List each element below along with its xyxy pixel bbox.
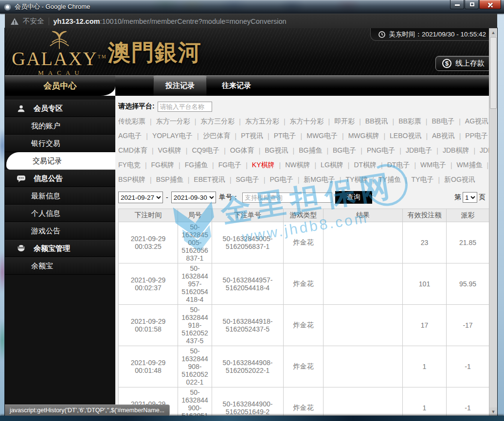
platform-link-JDB电子[interactable]: JDB电子 — [406, 146, 432, 155]
col-round-number: 局号 — [178, 209, 212, 222]
platform-link-DT电子[interactable]: DT电子 — [387, 161, 410, 170]
sidebar-group-会员专区[interactable]: 会员专区 — [5, 100, 115, 117]
platform-link-DT棋牌[interactable]: DT棋牌 — [354, 161, 377, 170]
close-button[interactable] — [479, 0, 501, 9]
minimize-button[interactable] — [450, 0, 464, 9]
scrollbar-thumb[interactable] — [490, 37, 497, 109]
platform-link-新MG电子[interactable]: 新MG电子 — [304, 175, 335, 184]
platform-link-CMD体育[interactable]: CMD体育 — [118, 146, 147, 155]
scroll-up-button[interactable]: ▲ — [489, 28, 497, 36]
page-select[interactable]: 1 — [463, 192, 477, 203]
platform-link-BG捕鱼[interactable]: BG捕鱼 — [299, 146, 322, 155]
platform-link-PNG电子[interactable]: PNG电子 — [367, 146, 395, 155]
sidebar-item-我的账户[interactable]: 我的账户 — [5, 117, 115, 135]
platform-link-YOPLAY电子[interactable]: YOPLAY电子 — [152, 132, 193, 140]
wallet-icon — [16, 245, 26, 252]
sidebar-item-余额宝[interactable]: 余额宝 — [5, 257, 115, 275]
platform-separator: | — [195, 118, 197, 125]
url-text[interactable]: yh123-12.com:10010/member/memberCentre?m… — [54, 18, 287, 25]
platform-link-NW棋牌[interactable]: NW棋牌 — [285, 161, 310, 170]
platform-separator: | — [383, 132, 385, 140]
platform-link-MWG棋牌[interactable]: MWG棋牌 — [348, 132, 379, 140]
platform-link-MWG电子[interactable]: MWG电子 — [306, 132, 338, 140]
platform-link-VG棋牌[interactable]: VG棋牌 — [158, 146, 181, 155]
platform-link-PP电子[interactable]: PP电子 — [465, 132, 488, 140]
content: 请选择平台: 传统彩票|东方一分彩|东方三分彩|东方五分彩|东方十分彩|即开彩|… — [115, 96, 497, 416]
platform-separator: | — [293, 147, 295, 155]
platform-search-input[interactable] — [158, 102, 212, 112]
platform-link-BSP棋牌[interactable]: BSP棋牌 — [118, 175, 145, 184]
platform-link-FG电子[interactable]: FG电子 — [218, 161, 241, 170]
platform-link-PT视讯[interactable]: PT视讯 — [241, 132, 263, 140]
sidebar-group-余额宝管理[interactable]: 余额宝管理 — [5, 240, 115, 257]
sidebar-item-银行交易[interactable]: 银行交易 — [5, 135, 115, 152]
platform-link-LG棋牌[interactable]: LG棋牌 — [321, 161, 343, 170]
platform-link-TY捕鱼[interactable]: TY捕鱼 — [378, 175, 401, 184]
platform-link-BB视讯[interactable]: BB视讯 — [365, 117, 388, 126]
platform-row: FY电竞|FG棋牌|FG捕鱼|FG电子|KY棋牌|NW棋牌|LG棋牌|DT棋牌|… — [118, 158, 497, 173]
platform-link-BSP捕鱼[interactable]: BSP捕鱼 — [156, 175, 183, 184]
platform-link-KY棋牌[interactable]: KY棋牌 — [252, 161, 275, 170]
online-deposit-button[interactable]: $ 线上存款 — [435, 56, 491, 71]
platform-link-EBET视讯[interactable]: EBET视讯 — [194, 175, 225, 184]
platform-link-BB彩票[interactable]: BB彩票 — [398, 117, 421, 126]
platform-link-SG电子[interactable]: SG电子 — [236, 175, 259, 184]
platform-separator: | — [150, 176, 152, 184]
platform-link-AG电子[interactable]: AG电子 — [118, 132, 142, 140]
platform-link-CQ9电子[interactable]: CQ9电子 — [192, 146, 219, 155]
platform-link-东方十分彩[interactable]: 东方十分彩 — [290, 117, 324, 126]
sidebar-item-最新信息[interactable]: 最新信息 — [5, 187, 115, 205]
sidebar-item-个人信息[interactable]: 个人信息 — [5, 205, 115, 222]
maximize-button[interactable] — [465, 0, 479, 9]
sidebar-title: 会员中心 — [5, 75, 115, 96]
platform-link-FG棋牌[interactable]: FG棋牌 — [151, 161, 174, 170]
platform-link-东方五分彩[interactable]: 东方五分彩 — [245, 117, 279, 126]
search-button[interactable]: 查询 — [335, 191, 372, 204]
platform-link-FY电竞[interactable]: FY电竞 — [118, 161, 141, 170]
platform-link-PG电子[interactable]: PG电子 — [270, 175, 293, 184]
platform-link-AB视讯[interactable]: AB视讯 — [432, 132, 455, 140]
platform-link-BG视讯[interactable]: BG视讯 — [265, 146, 288, 155]
platform-link-TY棋牌[interactable]: TY棋牌 — [345, 175, 368, 184]
platform-link-BG电子[interactable]: BG电子 — [333, 146, 356, 155]
platform-link-BB电子[interactable]: BB电子 — [432, 117, 455, 126]
scroll-down-button[interactable]: ▼ — [489, 407, 497, 416]
tab-bet-records[interactable]: 投注记录 — [153, 75, 207, 96]
platform-link-PT电子[interactable]: PT电子 — [274, 132, 296, 140]
tab-transaction-records[interactable]: 往来记录 — [210, 75, 263, 96]
platform-link-新OG视讯[interactable]: 新OG视讯 — [444, 175, 475, 184]
warning-icon[interactable] — [11, 18, 18, 25]
platform-link-WM捕鱼[interactable]: WM捕鱼 — [457, 161, 483, 170]
platform-separator: | — [284, 118, 286, 125]
platform-link-AG视讯[interactable]: AG视讯 — [465, 117, 488, 126]
platform-link-FG捕鱼[interactable]: FG捕鱼 — [185, 161, 208, 170]
platform-link-TY电子[interactable]: TY电子 — [412, 175, 434, 184]
sidebar-item-交易记录[interactable]: 交易记录 — [6, 152, 115, 170]
date-to-select[interactable]: 2021-09-30 — [171, 192, 216, 203]
platform-link-东方三分彩[interactable]: 东方三分彩 — [200, 117, 234, 126]
sidebar-group-信息公告[interactable]: 信息公告 — [5, 170, 115, 187]
platform-separator: | — [314, 161, 316, 169]
date-from-select[interactable]: 2021-09-27 — [118, 192, 163, 203]
table-row: 2021-09-29 00:03:2550-1632845005-5162056… — [119, 222, 489, 263]
platform-link-即开彩[interactable]: 即开彩 — [334, 117, 355, 126]
platform-link-沙巴体育[interactable]: 沙巴体育 — [203, 132, 231, 140]
platform-link-传统彩票[interactable]: 传统彩票 — [118, 117, 145, 126]
logo-chinese-text: 澳門銀河 — [108, 37, 201, 68]
clock-icon — [378, 31, 385, 38]
platform-link-JDB棋牌[interactable]: JDB棋牌 — [443, 146, 469, 155]
sidebar-item-游戏公告[interactable]: 游戏公告 — [5, 222, 115, 240]
cell-round: 50-1632844957-5162054418-4 — [178, 263, 212, 305]
platform-link-WM电子[interactable]: WM电子 — [420, 161, 446, 170]
platform-separator: | — [414, 161, 416, 169]
address-bar[interactable]: 不安全 yh123-12.com:10010/member/memberCent… — [5, 14, 497, 28]
order-number-input[interactable] — [242, 193, 332, 203]
cell-payout: 21.85 — [447, 222, 489, 263]
platform-link-LEBO视讯[interactable]: LEBO视讯 — [390, 132, 421, 140]
platform-separator: | — [405, 176, 407, 184]
page-scrollbar[interactable]: ▲ ▼ — [489, 28, 497, 416]
platform-link-OG体育[interactable]: OG体育 — [230, 146, 254, 155]
platform-link-东方一分彩[interactable]: 东方一分彩 — [156, 117, 190, 126]
platform-separator: | — [399, 147, 401, 155]
platform-separator: | — [230, 176, 232, 184]
